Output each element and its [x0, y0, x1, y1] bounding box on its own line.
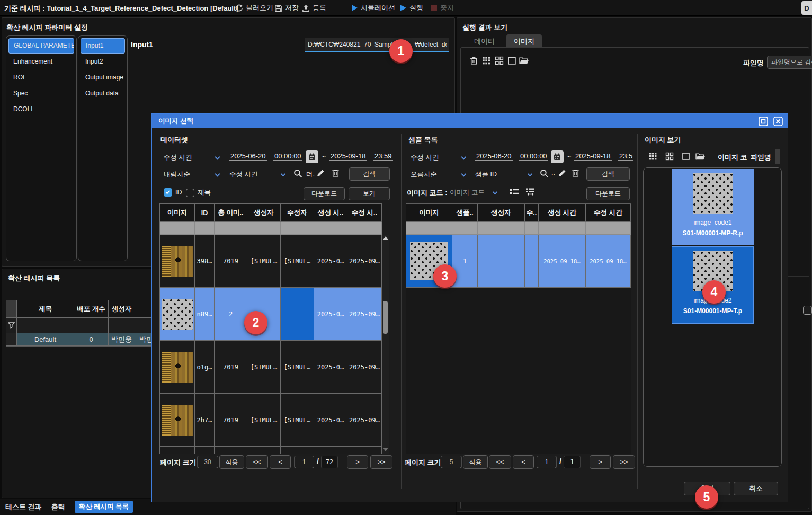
scroll-down-icon[interactable]	[383, 448, 388, 451]
dataset-filter-field[interactable]: 수정 시간	[164, 153, 192, 162]
dataset-download-button[interactable]: 다운로드	[304, 187, 345, 200]
viewer-card[interactable]: image_code1 S01-M00001-MP-R.p	[672, 169, 754, 245]
param-port-item[interactable]: Input2	[81, 54, 125, 69]
recipe-col[interactable]: 제목	[17, 300, 74, 318]
samples-time-from[interactable]: 00:00:00	[519, 152, 548, 161]
dataset-prev-page-button[interactable]: <	[270, 455, 291, 469]
samples-next-page-button[interactable]: >	[590, 455, 611, 469]
dataset-sort-order[interactable]: 내림차순	[164, 170, 190, 179]
dataset-col[interactable]: 수정 시..	[347, 204, 382, 222]
grid-large-icon[interactable]	[482, 56, 491, 65]
samples-col[interactable]: 이미지	[406, 204, 452, 222]
load-button[interactable]: 불러오기	[235, 0, 273, 16]
dataset-col[interactable]: ID	[195, 204, 215, 222]
samples-prev-page-button[interactable]: <	[513, 455, 534, 469]
samples-last-page-button[interactable]: >>	[613, 455, 635, 469]
recipe-col[interactable]: 배포 개수	[74, 300, 109, 318]
dataset-row[interactable]: o1g… 7019 [SIMUL… [SIMUL… 2025-0… 2025-0…	[160, 341, 382, 394]
folder-icon[interactable]	[519, 56, 529, 65]
filter-row-cell[interactable]	[109, 318, 135, 333]
filter-row-cell[interactable]	[74, 318, 109, 333]
dataset-title-checkbox[interactable]: 제목	[186, 188, 211, 197]
dataset-apply-button[interactable]: 적용	[219, 455, 244, 469]
single-view-icon[interactable]	[682, 152, 690, 161]
grid-small-icon[interactable]	[665, 152, 674, 161]
register-button[interactable]: 등록	[302, 0, 326, 16]
samples-search-button[interactable]: 검색	[586, 167, 630, 181]
dataset-page-input[interactable]	[294, 456, 314, 468]
tab-recipe-list[interactable]: 확산 레시피 목록	[75, 501, 133, 513]
dataset-view-button[interactable]: 보기	[349, 187, 390, 200]
filter-row-cell[interactable]	[6, 318, 17, 333]
dataset-row[interactable]: 2h7… 7019 [SIMUL… [SIMUL… 2025-0… 2025-0…	[160, 394, 382, 447]
samples-download-button[interactable]: 다운로드	[586, 187, 630, 200]
scroll-up-icon[interactable]	[383, 236, 388, 240]
image-code-select[interactable]: 이미지 코드	[450, 188, 485, 197]
recipe-col[interactable]: 생성자	[109, 300, 135, 318]
dataset-col[interactable]: 총 이미..	[215, 204, 247, 222]
cancel-button[interactable]: 취소	[734, 482, 778, 495]
dataset-col[interactable]: 생성자	[247, 204, 281, 222]
chevron-down-icon[interactable]	[461, 172, 467, 177]
samples-sort-field[interactable]: 샘플 ID	[475, 170, 497, 179]
samples-filter-field[interactable]: 수정 시간	[411, 153, 439, 162]
samples-date-from[interactable]: 2025-06-20	[475, 152, 513, 161]
dataset-sort-field[interactable]: 수정 시간	[229, 170, 257, 179]
scrollbar-thumb[interactable]	[383, 301, 388, 334]
dataset-scrollbar[interactable]	[382, 235, 389, 454]
search-icon[interactable]	[540, 169, 549, 178]
samples-col[interactable]: 샘플..	[452, 204, 478, 222]
simulate-button[interactable]: 시뮬레이션	[351, 0, 395, 16]
dataset-col[interactable]: 이미지	[160, 204, 195, 222]
dialog-title-bar[interactable]: 이미지 선택	[152, 114, 788, 128]
filename-search-input[interactable]	[767, 56, 812, 69]
samples-page-input[interactable]	[537, 456, 557, 468]
dataset-date-from[interactable]: 2025-06-20	[229, 152, 267, 161]
samples-more-text[interactable]: ..	[551, 169, 555, 176]
dataset-more-text[interactable]: 더.	[306, 170, 315, 179]
trash-icon[interactable]	[571, 168, 580, 177]
folder-icon[interactable]	[695, 152, 706, 161]
chevron-down-icon[interactable]	[215, 172, 220, 177]
dataset-row[interactable]: 398… 7019 [SIMUL… [SIMUL… 2025-0… 2025-0…	[160, 235, 382, 288]
filter-row-cell[interactable]	[17, 318, 74, 333]
calendar-icon[interactable]	[306, 150, 318, 163]
dataset-time-from[interactable]: 00:00:00	[273, 152, 302, 161]
trash-icon[interactable]	[331, 168, 340, 177]
dataset-search-button[interactable]: 검색	[349, 167, 390, 181]
dataset-date-to[interactable]: 2025-09-18	[329, 152, 367, 161]
samples-sort-order[interactable]: 오름차순	[411, 170, 437, 179]
close-icon[interactable]	[773, 116, 783, 127]
samples-col[interactable]: 생성 시간	[539, 204, 586, 222]
chevron-down-icon[interactable]	[461, 155, 467, 160]
chevron-down-icon[interactable]	[281, 172, 286, 177]
viewer-scrollbar[interactable]	[775, 149, 780, 164]
corner-button[interactable]: D	[801, 1, 812, 15]
viewer-tab-filename[interactable]: 파일명	[751, 153, 771, 162]
param-group-item[interactable]: ROI	[8, 70, 74, 85]
calendar-icon[interactable]	[551, 150, 564, 163]
dataset-id-checkbox[interactable]: ID	[164, 188, 182, 197]
samples-pagesize-input[interactable]	[441, 456, 462, 468]
samples-col[interactable]: 수..	[525, 204, 539, 222]
viewer-tab-image-code[interactable]: 이미지 코	[718, 153, 747, 162]
stop-button[interactable]: 중지	[430, 0, 454, 16]
single-view-icon[interactable]	[507, 56, 516, 65]
chevron-down-icon[interactable]	[215, 155, 220, 160]
input-path-field[interactable]	[305, 38, 449, 52]
tab-test-results[interactable]: 테스트 결과	[5, 502, 42, 512]
samples-date-to[interactable]: 2025-09-18	[574, 152, 612, 161]
grid-large-icon[interactable]	[649, 152, 657, 161]
param-group-item[interactable]: Spec	[8, 86, 74, 101]
dataset-filter-row[interactable]	[160, 222, 382, 235]
search-icon[interactable]	[293, 169, 302, 178]
samples-time-to[interactable]: 23:5	[618, 152, 633, 161]
maximize-icon[interactable]	[758, 116, 769, 127]
chevron-down-icon[interactable]	[528, 172, 533, 177]
dataset-row-selected[interactable]: n89… 2 2025-0… 2025-09…	[160, 288, 382, 341]
chevron-down-icon[interactable]	[493, 190, 498, 195]
pencil-icon[interactable]	[316, 169, 325, 177]
pencil-icon[interactable]	[558, 169, 566, 177]
param-group-item[interactable]: Enhancement	[8, 54, 74, 69]
tab-output[interactable]: 출력	[51, 502, 65, 512]
